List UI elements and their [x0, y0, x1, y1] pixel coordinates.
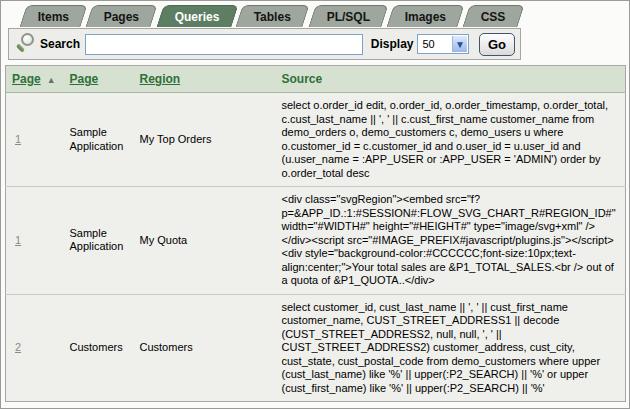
go-button[interactable]: Go: [479, 33, 515, 56]
tab-plsql-label: PL/SQL: [326, 10, 369, 24]
page-name-cell: Customers: [64, 294, 134, 402]
tab-bar: Items Pages Queries Tables PL/SQL Images…: [1, 1, 629, 27]
page-number-link[interactable]: 1: [15, 133, 21, 145]
tab-images[interactable]: Images: [386, 5, 465, 27]
tab-pages[interactable]: Pages: [86, 5, 159, 27]
source-cell: select o.order_id edit, o.order_id, o.or…: [276, 93, 626, 187]
column-header-region-link[interactable]: Region: [140, 72, 181, 86]
display-select-value: 50: [422, 38, 434, 50]
column-header-source: Source: [276, 66, 626, 93]
queries-report-table: Page▲ Page Region Source 1 Sample Applic…: [5, 65, 626, 402]
search-icon-glass: [21, 33, 34, 46]
region-cell: My Quota: [134, 187, 276, 295]
column-header-pagename-link[interactable]: Page: [70, 72, 99, 86]
page-name-cell: Sample Application: [64, 93, 134, 187]
search-toolbar: Search Display 50 ▼ Go: [8, 28, 521, 60]
tab-tables-label: Tables: [254, 10, 291, 24]
page-number-cell: 1: [6, 93, 64, 187]
sort-asc-icon: ▲: [47, 75, 56, 85]
page-number-link[interactable]: 2: [15, 341, 21, 353]
tab-plsql[interactable]: PL/SQL: [308, 5, 388, 27]
region-cell: My Top Orders: [134, 93, 276, 187]
tab-css[interactable]: CSS: [463, 5, 525, 27]
table-row: 1 Sample Application My Top Orders selec…: [6, 93, 626, 187]
search-input[interactable]: [85, 34, 363, 55]
region-cell: Customers: [134, 294, 276, 402]
search-icon: [14, 31, 38, 57]
page-number-cell: 2: [6, 294, 64, 402]
table-header-row: Page▲ Page Region Source: [6, 66, 626, 93]
column-header-region: Region: [134, 66, 276, 93]
table-row: 1 Sample Application My Quota <div class…: [6, 187, 626, 295]
display-label: Display: [371, 37, 414, 51]
column-header-source-label: Source: [282, 72, 323, 86]
column-header-page-sorted: Page▲: [6, 66, 64, 93]
tab-pages-label: Pages: [104, 10, 139, 24]
source-cell: <div class="svgRegion"><embed src="f?p=&…: [276, 187, 626, 295]
search-label: Search: [40, 37, 80, 51]
tab-items[interactable]: Items: [19, 5, 88, 27]
display-select[interactable]: 50 ▼: [417, 34, 468, 54]
column-header-pagename: Page: [64, 66, 134, 93]
page-name-cell: Sample Application: [64, 187, 134, 295]
column-header-page-link[interactable]: Page: [12, 72, 41, 86]
tab-queries[interactable]: Queries: [156, 5, 238, 27]
tab-tables[interactable]: Tables: [236, 5, 310, 27]
tab-images-label: Images: [405, 10, 446, 24]
tab-items-label: Items: [38, 10, 69, 24]
app-window: Items Pages Queries Tables PL/SQL Images…: [0, 0, 630, 409]
source-cell: select customer_id, cust_last_name || ',…: [276, 294, 626, 402]
table-row: 2 Customers Customers select customer_id…: [6, 294, 626, 402]
tab-queries-label: Queries: [175, 10, 220, 24]
chevron-down-icon[interactable]: ▼: [452, 36, 467, 52]
page-number-link[interactable]: 1: [15, 234, 21, 246]
page-number-cell: 1: [6, 187, 64, 295]
tab-css-label: CSS: [481, 10, 506, 24]
